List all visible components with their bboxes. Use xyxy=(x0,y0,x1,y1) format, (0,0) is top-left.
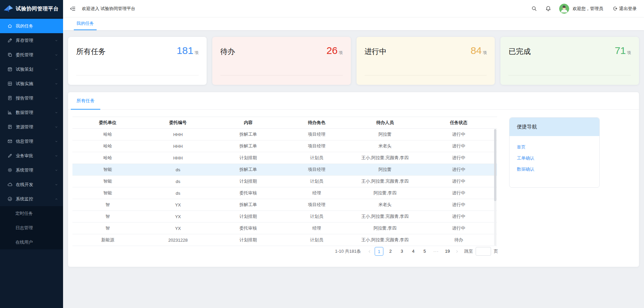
sidebar-item-system-mgmt[interactable]: 系统管理 xyxy=(0,163,63,177)
sidebar-item-label: 库存管理 xyxy=(16,38,33,44)
column-header: 内容 xyxy=(213,117,283,129)
table-row[interactable]: 智YX委托审核经理阿拉蕾,李四进行中 xyxy=(72,223,497,234)
stat-card-0[interactable]: 所有任务 181项 xyxy=(68,37,207,85)
table-scrollbar-thumb[interactable] xyxy=(494,129,496,201)
sidebar-item-system-monitor[interactable]: 系统监控 xyxy=(0,192,63,206)
table-cell: 王小,阿拉蕾,完颜青,李四 xyxy=(350,152,420,164)
table-cell: 进行中 xyxy=(420,164,497,176)
gauge-icon xyxy=(7,196,12,201)
table-scrollbar-track xyxy=(494,129,496,246)
stat-label: 待办 xyxy=(220,47,235,57)
stat-value: 84 xyxy=(471,45,482,56)
sidebar-item-data-mgmt[interactable]: 数据管理 xyxy=(0,105,63,120)
tab-all-tasks[interactable]: 所有任务 xyxy=(71,98,100,110)
page-button-5[interactable]: 5 xyxy=(420,247,429,256)
table-cell: 阿拉蕾,李四 xyxy=(350,187,420,199)
stat-card-1[interactable]: 待办 26项 xyxy=(212,37,351,85)
sidebar-item-commission[interactable]: 委托管理 xyxy=(0,48,63,62)
tool-icon xyxy=(7,38,12,43)
table-cell: 哈哈 xyxy=(72,152,143,164)
table-cell: 20231228 xyxy=(143,234,213,246)
jump-page-input[interactable] xyxy=(476,247,491,256)
stat-unit: 项 xyxy=(195,50,199,55)
quick-nav-link[interactable]: 数据确认 xyxy=(517,166,592,172)
quick-nav-links: 首页工单确认数据确认 xyxy=(509,136,599,172)
table-row[interactable]: 智能ds拆解工单项目经理阿拉蕾进行中 xyxy=(72,164,497,176)
bell-icon[interactable] xyxy=(545,6,551,11)
table-cell: 进行中 xyxy=(420,176,497,187)
home-icon xyxy=(7,23,12,28)
tab-my-tasks[interactable]: 我的任务 xyxy=(74,17,97,30)
prev-page-icon[interactable] xyxy=(368,250,371,253)
sidebar-item-inventory[interactable]: 库存管理 xyxy=(0,33,63,48)
page-button-2[interactable]: 2 xyxy=(386,247,395,256)
table-row[interactable]: 智能ds委托审核经理阿拉蕾,李四进行中 xyxy=(72,187,497,199)
table-row[interactable]: 智能ds计划排期计划员王小,阿拉蕾,完颜青,李四进行中 xyxy=(72,176,497,187)
sidebar-item-message-mgmt[interactable]: 信息管理 xyxy=(0,134,63,148)
page-button-4[interactable]: 4 xyxy=(409,247,418,256)
sidebar-item-approval[interactable]: 业务审批 xyxy=(0,148,63,163)
sidebar-item-report-mgmt[interactable]: 报告管理 xyxy=(0,91,63,105)
table-cell: 智 xyxy=(72,199,143,211)
table-row[interactable]: 哈哈HHH拆解工单项目经理阿拉蕾进行中 xyxy=(72,129,497,140)
copy-icon xyxy=(7,52,12,57)
table-row[interactable]: 哈哈HHH计划排期计划员王小,阿拉蕾,完颜青,李四进行中 xyxy=(72,152,497,164)
book-icon xyxy=(7,124,12,129)
page-button-1[interactable]: 1 xyxy=(375,247,383,256)
sidebar-item-my-tasks[interactable]: 我的任务 xyxy=(0,19,63,33)
table-cell: 哈哈 xyxy=(72,140,143,152)
chevron-down-icon xyxy=(55,68,58,71)
table-row[interactable]: 新能源20231228计划排期计划员王小,阿拉蕾,完颜青,李四待办 xyxy=(72,234,497,246)
table-row[interactable]: 哈哈HHH拆解工单项目经理米老头进行中 xyxy=(72,140,497,152)
table-row[interactable]: 智YX拆解工单项目经理米老头进行中 xyxy=(72,199,497,211)
stat-card-3[interactable]: 已完成 71项 xyxy=(500,37,639,85)
table-cell: 计划排期 xyxy=(213,152,283,164)
main-content: 所有任务 181项 待办 26项 进行中 84项 已完成 71项 xyxy=(63,30,644,308)
logout-button[interactable]: 退出登录 xyxy=(612,6,637,12)
quick-nav-link[interactable]: 首页 xyxy=(517,144,592,150)
next-page-icon[interactable] xyxy=(455,250,459,253)
page-button-19[interactable]: 19 xyxy=(443,247,452,256)
table-cell: 进行中 xyxy=(420,199,497,211)
chevron-down-icon xyxy=(55,53,58,57)
table-cell: HHH xyxy=(143,129,213,140)
sidebar-item-test-execution[interactable]: 试验实施 xyxy=(0,76,63,91)
mail-icon xyxy=(7,139,12,144)
sidebar-item-test-planning[interactable]: 试验策划 xyxy=(0,62,63,76)
table-cell: 计划排期 xyxy=(213,234,283,246)
chevron-down-icon xyxy=(55,111,58,114)
sidebar-item-label: 业务审批 xyxy=(16,153,33,159)
table-cell: 拆解工单 xyxy=(213,164,283,176)
stat-value: 181 xyxy=(177,45,194,56)
table-cell: 拆解工单 xyxy=(213,140,283,152)
table-cell: 进行中 xyxy=(420,187,497,199)
avatar[interactable] xyxy=(559,4,569,14)
table-cell: 智 xyxy=(72,211,143,223)
table-row[interactable]: 智YX计划排期计划员王小,阿拉蕾,完颜青,李四进行中 xyxy=(72,211,497,223)
submenu-item-online-users[interactable]: 在线用户 xyxy=(0,235,63,249)
submenu-item-timed-tasks[interactable]: 定时任务 xyxy=(0,206,63,221)
table-cell: 经理 xyxy=(283,187,350,199)
page-ellipsis[interactable]: ··· xyxy=(432,247,440,256)
chevron-up-icon xyxy=(55,197,58,201)
page-button-3[interactable]: 3 xyxy=(397,247,406,256)
submenu-item-log-mgmt[interactable]: 日志管理 xyxy=(0,221,63,235)
chevron-down-icon xyxy=(55,140,58,143)
sidebar-item-online-dev[interactable]: 在线开发 xyxy=(0,177,63,192)
stat-card-2[interactable]: 进行中 84项 xyxy=(357,37,495,85)
table-cell: 智能 xyxy=(72,164,143,176)
collapse-sidebar-icon[interactable] xyxy=(70,6,76,12)
chevron-down-icon xyxy=(55,82,58,85)
sidebar-item-resource-mgmt[interactable]: 资源管理 xyxy=(0,120,63,134)
jump-label: 跳至 xyxy=(464,248,473,254)
calendar-icon xyxy=(7,67,12,72)
chevron-down-icon xyxy=(55,97,58,100)
pagination: 1-10 共181条 12345···19 跳至 页 xyxy=(335,247,498,256)
report-icon xyxy=(7,96,12,101)
app-window: 试验协同管理平台 我的任务库存管理委托管理试验策划试验实施报告管理数据管理资源管… xyxy=(0,0,644,308)
search-icon[interactable] xyxy=(531,6,537,11)
logout-icon xyxy=(612,6,618,11)
chevron-down-icon xyxy=(55,39,58,42)
quick-nav-link[interactable]: 工单确认 xyxy=(517,155,592,161)
sidebar-item-label: 报告管理 xyxy=(16,95,33,101)
